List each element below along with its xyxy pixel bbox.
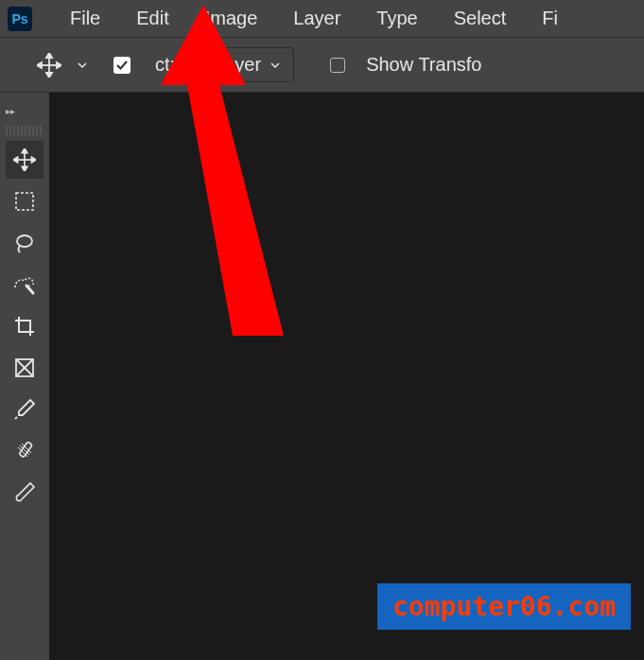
menu-fi-partial[interactable]: Fi: [542, 8, 558, 29]
svg-marker-3: [46, 73, 52, 78]
watermark: computer06.com: [377, 583, 631, 630]
show-transform-label-partial: Show Transfo: [366, 54, 481, 76]
toolbar-grip[interactable]: [6, 126, 44, 135]
svg-marker-11: [31, 157, 36, 163]
healing-brush-tool[interactable]: [6, 432, 44, 470]
chevron-down-icon[interactable]: [78, 61, 87, 70]
show-transform-checkbox[interactable]: [330, 58, 345, 73]
eyedropper-tool[interactable]: [6, 391, 44, 428]
frame-tool[interactable]: [6, 349, 44, 387]
rectangular-marquee-tool[interactable]: [6, 182, 44, 220]
menu-file[interactable]: File: [70, 8, 100, 29]
move-tool-icon[interactable]: [34, 50, 64, 80]
auto-select-dropdown[interactable]: Layer: [200, 47, 294, 82]
crop-tool[interactable]: [6, 307, 44, 345]
svg-marker-4: [37, 62, 42, 68]
auto-select-value: Layer: [214, 54, 261, 76]
menu-image[interactable]: Image: [205, 8, 258, 29]
quick-selection-tool[interactable]: [6, 266, 44, 304]
svg-marker-10: [13, 157, 18, 163]
svg-marker-9: [22, 166, 27, 171]
photoshop-app-icon[interactable]: Ps: [8, 7, 32, 31]
canvas-area[interactable]: [49, 93, 644, 660]
menubar: Ps File Edit Image Layer Type Select Fi: [0, 0, 644, 38]
menu-layer[interactable]: Layer: [293, 8, 340, 29]
auto-select-label-partial: ct:: [155, 54, 175, 76]
lasso-tool[interactable]: [6, 224, 44, 262]
svg-marker-5: [57, 62, 61, 68]
svg-marker-8: [22, 148, 27, 153]
brush-tool[interactable]: [6, 474, 44, 512]
auto-select-checkbox[interactable]: [113, 57, 131, 74]
menu-select[interactable]: Select: [454, 8, 507, 29]
toolbar: ▸▸: [0, 93, 49, 660]
move-tool[interactable]: [6, 141, 44, 179]
svg-rect-12: [16, 193, 33, 210]
toolbar-expand-handle[interactable]: ▸▸: [0, 106, 49, 116]
svg-marker-2: [46, 53, 52, 58]
menu-type[interactable]: Type: [376, 8, 417, 29]
options-bar: ct: Layer Show Transfo: [0, 38, 644, 93]
svg-point-13: [17, 235, 32, 247]
menu-edit[interactable]: Edit: [136, 8, 168, 29]
workspace: ▸▸: [0, 93, 644, 660]
